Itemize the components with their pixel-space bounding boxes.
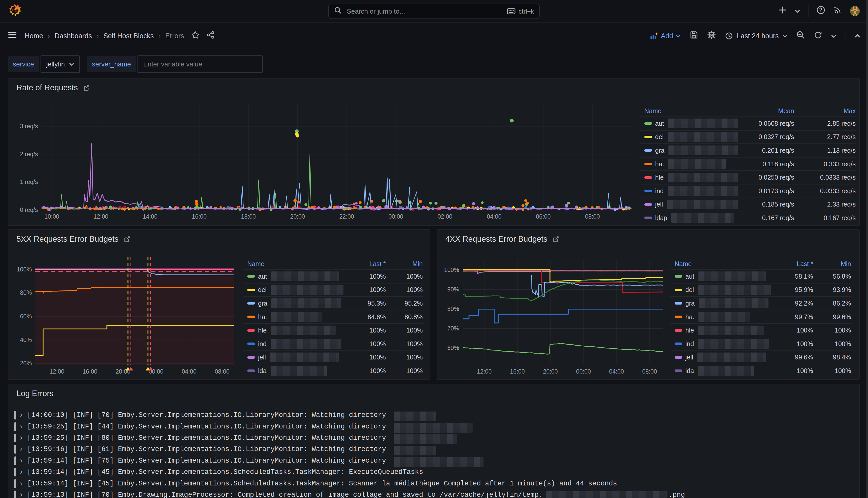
log-expand-icon[interactable]: ›: [20, 422, 23, 430]
variable-server-name-input[interactable]: [137, 55, 263, 73]
stat-min-max: 95.2%: [386, 300, 423, 307]
save-dashboard-icon[interactable]: [690, 30, 698, 41]
log-line[interactable]: ›[13:59:14] [INF] [75] Emby.Server.Imple…: [14, 455, 853, 467]
user-avatar[interactable]: [850, 6, 860, 16]
variable-service-picker[interactable]: jellyfin: [41, 55, 80, 73]
stat-value: 0.0327 req/s: [738, 133, 794, 141]
menu-icon[interactable]: [7, 30, 17, 42]
external-link-icon[interactable]: [124, 236, 130, 243]
zoom-out-icon[interactable]: [796, 30, 805, 41]
redacted-name: [698, 366, 755, 376]
global-search[interactable]: ctrl+k: [328, 4, 540, 19]
legend-row[interactable]: ha.99.7%99.6%: [670, 310, 851, 324]
legend-column-name[interactable]: Name: [247, 260, 345, 267]
legend-row[interactable]: gra0.201 req/s1.13 req/s: [640, 143, 856, 157]
legend-column-min[interactable]: Min: [813, 260, 851, 267]
series-color-pill: [644, 189, 652, 192]
legend-row[interactable]: del100%100%: [243, 283, 423, 297]
log-line[interactable]: ›[13:59:25] [INF] [44] Emby.Server.Imple…: [14, 421, 853, 432]
legend-row[interactable]: ha.84.6%80.8%: [243, 310, 423, 324]
panel-title[interactable]: 4XX Requests Error Budgets: [445, 235, 559, 244]
legend-row[interactable]: del0.0327 req/s2.77 req/s: [640, 130, 856, 144]
legend-column-last[interactable]: Last *: [773, 260, 813, 267]
log-expand-icon[interactable]: ›: [20, 456, 23, 464]
legend-row[interactable]: lda100%100%: [243, 364, 423, 377]
legend-column-max[interactable]: Max: [794, 107, 856, 115]
legend-row[interactable]: jell100%100%: [243, 351, 423, 364]
svg-text:08:00: 08:00: [642, 368, 657, 375]
log-line[interactable]: ›[14:00:10] [INF] [70] Emby.Server.Imple…: [14, 409, 853, 421]
refresh-icon[interactable]: [814, 30, 822, 41]
legend-row[interactable]: aut0.0608 req/s2.85 req/s: [640, 117, 856, 130]
external-link-icon[interactable]: [552, 236, 559, 243]
legend-row[interactable]: aut58.1%56.8%: [670, 270, 851, 283]
legend-column-mean[interactable]: Mean: [738, 107, 794, 115]
legend-column-last[interactable]: Last *: [345, 260, 386, 267]
legend-row[interactable]: hle0.0250 req/s0.0333 req/s: [640, 170, 856, 184]
stat-value: 100%: [345, 327, 386, 334]
external-link-icon[interactable]: [83, 84, 90, 91]
add-new-button[interactable]: [778, 6, 787, 16]
log-expand-icon[interactable]: ›: [20, 445, 23, 453]
breadcrumb-folder[interactable]: Self Host Blocks: [103, 32, 154, 40]
page-scrollbar[interactable]: [866, 0, 868, 498]
svg-text:60%: 60%: [20, 313, 32, 320]
log-line[interactable]: ›[13:59:13] [INF] [70] Emby.Drawing.Imag…: [14, 489, 853, 498]
legend-row[interactable]: ind0.0173 req/s0.0333 req/s: [640, 184, 856, 198]
svg-text:20:00: 20:00: [543, 368, 558, 375]
log-expand-icon[interactable]: ›: [20, 479, 23, 487]
legend-row[interactable]: ha.0.118 req/s0.333 req/s: [640, 157, 856, 171]
series-color-pill: [644, 122, 652, 125]
collapse-controls-icon[interactable]: [854, 31, 861, 41]
dashboard-settings-icon[interactable]: [707, 30, 716, 42]
legend-row[interactable]: gra92.2%86.2%: [670, 296, 851, 310]
log-line[interactable]: ›[13:59:14] [INF] [45] Emby.Server.Imple…: [14, 478, 853, 489]
refresh-interval-chevron[interactable]: [831, 31, 836, 41]
legend-column-name[interactable]: Name: [644, 107, 738, 115]
log-expand-icon[interactable]: ›: [20, 411, 23, 418]
log-expand-icon[interactable]: ›: [20, 490, 23, 498]
legend-row[interactable]: gra95.3%95.2%: [243, 296, 423, 310]
share-icon[interactable]: [206, 30, 215, 41]
legend-row[interactable]: jell99.6%98.4%: [670, 351, 851, 364]
series-name: aut: [655, 120, 664, 127]
log-expand-icon[interactable]: ›: [20, 468, 23, 475]
legend-column-name[interactable]: Name: [675, 260, 773, 267]
series-color-pill: [247, 356, 255, 359]
favorite-star-icon[interactable]: [191, 30, 200, 41]
redacted-name: [698, 312, 750, 322]
log-line[interactable]: ›[13:59:14] [INF] [45] Emby.Server.Imple…: [14, 467, 853, 478]
panel-title[interactable]: Log Errors: [16, 389, 54, 398]
breadcrumb-home[interactable]: Home: [25, 32, 43, 40]
legend-row[interactable]: ind100%100%: [243, 337, 423, 351]
redacted-name: [698, 326, 764, 335]
legend-row[interactable]: ldap0.167 req/s0.167 req/s: [640, 211, 856, 224]
legend-row[interactable]: hle100%100%: [243, 323, 423, 337]
panel-title[interactable]: 5XX Requests Error Budgets: [16, 235, 130, 244]
add-panel-button[interactable]: Add: [650, 32, 681, 40]
legend-row[interactable]: lda100%100%: [670, 364, 851, 377]
legend-header: NameLast *Min: [243, 258, 423, 270]
legend-column-min[interactable]: Min: [386, 260, 423, 267]
series-name: ha.: [685, 313, 694, 321]
search-input[interactable]: [346, 7, 503, 16]
legend-row[interactable]: aut100%100%: [243, 270, 423, 283]
legend-row[interactable]: ind100%100%: [670, 337, 851, 351]
help-icon[interactable]: [816, 5, 825, 17]
panel-title[interactable]: Rate of Requests: [16, 83, 90, 92]
chevron-down-icon[interactable]: [794, 6, 800, 16]
stat-value: 100%: [345, 273, 386, 280]
grafana-logo[interactable]: [8, 3, 22, 19]
grafana-dashboard: ctrl+k: [0, 0, 868, 498]
svg-text:3 req/s: 3 req/s: [20, 123, 38, 130]
legend-row[interactable]: jell0.185 req/s2.33 req/s: [640, 198, 856, 211]
legend-row[interactable]: del95.9%93.9%: [670, 283, 851, 297]
stat-value: 0.185 req/s: [738, 201, 794, 208]
breadcrumb-dashboards[interactable]: Dashboards: [55, 32, 92, 40]
log-line[interactable]: ›[13:59:25] [INF] [80] Emby.Server.Imple…: [14, 432, 853, 444]
legend-row[interactable]: hle100%100%: [670, 323, 851, 337]
log-expand-icon[interactable]: ›: [20, 434, 23, 441]
log-line[interactable]: ›[13:59:16] [INF] [61] Emby.Server.Imple…: [14, 444, 853, 455]
time-range-picker[interactable]: Last 24 hours: [725, 32, 787, 40]
news-rss-icon[interactable]: [833, 5, 842, 17]
